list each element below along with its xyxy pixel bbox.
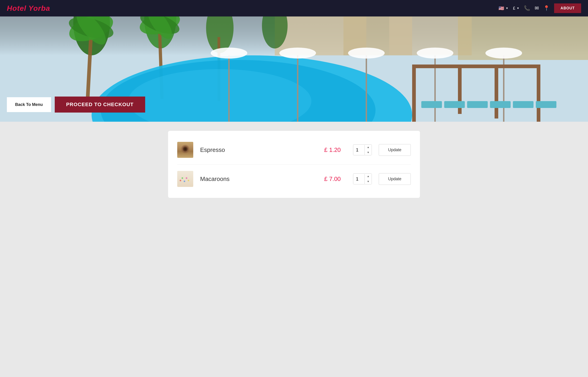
chevron-down-icon: ▼	[506, 7, 508, 10]
svg-point-31	[279, 47, 316, 59]
quantity-stepper: ▲ ▼	[365, 145, 372, 155]
item-thumbnail-macaroons	[177, 171, 193, 187]
quantity-decrement[interactable]: ▼	[365, 150, 372, 155]
navbar-controls: 🇺🇸 ▼ £ ▼ 📞 ✉ 📍 ABOUT	[499, 3, 581, 13]
flag-icon: 🇺🇸	[499, 5, 504, 11]
currency-selector[interactable]: £ ▼	[513, 6, 519, 11]
currency-symbol: £	[513, 6, 515, 11]
svg-point-37	[485, 47, 522, 59]
item-name: Espresso	[200, 146, 312, 153]
quantity-input[interactable]	[353, 174, 365, 184]
svg-rect-45	[467, 101, 488, 108]
svg-rect-44	[444, 101, 465, 108]
update-button[interactable]: Update	[379, 144, 411, 156]
navbar: Hotel Yorba 🇺🇸 ▼ £ ▼ 📞 ✉ 📍 ABOUT	[0, 0, 588, 16]
svg-point-29	[211, 47, 247, 59]
svg-rect-46	[490, 101, 511, 108]
about-button[interactable]: ABOUT	[554, 3, 581, 13]
quantity-control: ▲ ▼	[353, 173, 372, 184]
location-icon[interactable]: 📍	[543, 5, 550, 11]
cart-section: Espresso £ 1.20 ▲ ▼ Update Macaroons £ 7…	[168, 131, 420, 198]
site-logo[interactable]: Hotel Yorba	[7, 4, 50, 12]
quantity-increment[interactable]: ▲	[365, 174, 372, 179]
chevron-down-icon: ▼	[516, 7, 519, 10]
hero-buttons: Back To Menu PROCEED TO CHECKOUT	[7, 96, 145, 113]
quantity-increment[interactable]: ▲	[365, 145, 372, 150]
svg-rect-38	[412, 65, 540, 68]
svg-rect-43	[421, 101, 442, 108]
svg-point-33	[348, 47, 385, 59]
espresso-image	[177, 142, 193, 158]
quantity-decrement[interactable]: ▼	[365, 179, 372, 184]
quantity-input[interactable]	[353, 145, 365, 155]
item-price: £ 7.00	[319, 176, 346, 183]
back-to-menu-button[interactable]: Back To Menu	[7, 97, 51, 112]
svg-rect-5	[458, 16, 588, 60]
macaroons-image	[177, 171, 193, 187]
svg-rect-40	[537, 68, 540, 122]
update-button[interactable]: Update	[379, 173, 411, 185]
proceed-to-checkout-button[interactable]: PROCEED TO CHECKOUT	[55, 96, 145, 113]
item-price: £ 1.20	[319, 146, 346, 153]
hero-banner: Back To Menu PROCEED TO CHECKOUT	[0, 16, 588, 122]
svg-rect-47	[513, 101, 534, 108]
item-thumbnail-espresso	[177, 142, 193, 158]
svg-point-35	[417, 47, 453, 59]
quantity-stepper: ▲ ▼	[365, 174, 372, 184]
cart-item: Macaroons £ 7.00 ▲ ▼ Update	[177, 165, 411, 193]
phone-icon[interactable]: 📞	[524, 5, 530, 11]
quantity-control: ▲ ▼	[353, 144, 372, 155]
cart-item: Espresso £ 1.20 ▲ ▼ Update	[177, 135, 411, 165]
item-name: Macaroons	[200, 176, 312, 183]
svg-rect-48	[536, 101, 556, 108]
mail-icon[interactable]: ✉	[535, 5, 539, 11]
language-selector[interactable]: 🇺🇸 ▼	[499, 5, 508, 11]
svg-rect-42	[495, 68, 498, 118]
svg-rect-39	[412, 68, 416, 122]
